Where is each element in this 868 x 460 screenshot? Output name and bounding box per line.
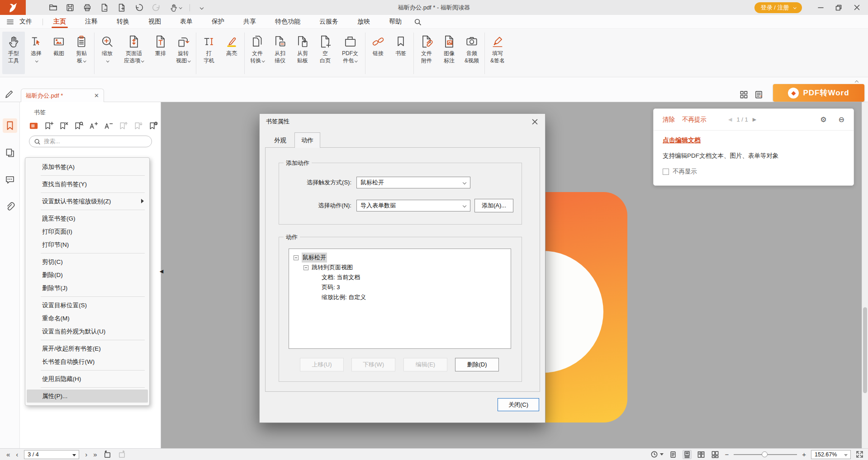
menu-item-find-current[interactable]: 查找当前书签(Y) [25, 178, 149, 191]
menu-convert[interactable]: 转换 [115, 15, 131, 29]
menu-item-default-zoom-level[interactable]: 设置默认书签缩放级别(Z) [25, 195, 149, 208]
fullscreen-icon[interactable] [856, 451, 863, 458]
bookmark-settings-icon[interactable] [147, 120, 158, 131]
ribbon-link[interactable]: 链接 [367, 32, 389, 74]
menu-cloud[interactable]: 云服务 [318, 15, 340, 29]
tab-close-icon[interactable]: ✕ [94, 92, 99, 99]
close-button[interactable] [849, 1, 864, 14]
hand-tool-quick-icon[interactable] [168, 2, 183, 13]
ribbon-reflow[interactable]: 重排 [149, 32, 172, 74]
tab-appearance[interactable]: 外观 [267, 134, 293, 147]
expand-level-icon[interactable] [88, 120, 99, 131]
delete-bookmark-icon[interactable] [58, 120, 69, 131]
tree-node-action[interactable]: 跳转到页面视图 [294, 263, 506, 272]
ribbon-rotate-view[interactable]: 旋转视图 [172, 32, 194, 74]
last-page-icon[interactable]: » [93, 451, 97, 458]
bookmark-search-box[interactable] [29, 136, 152, 147]
ribbon-blank-page[interactable]: 空白页 [314, 32, 337, 74]
previous-page-icon[interactable]: ‹ [16, 451, 18, 458]
menu-item-cut[interactable]: 剪切(C) [25, 255, 149, 268]
menu-file[interactable]: 文件 [18, 15, 34, 29]
ribbon-fill-sign[interactable]: 填写&签名 [486, 32, 509, 74]
menu-item-delete-section[interactable]: 删除节(J) [25, 282, 149, 295]
ribbon-file-convert[interactable]: 文件转换 [246, 32, 269, 74]
first-page-icon[interactable]: « [6, 451, 10, 458]
add-action-button[interactable]: 添加(A)... [474, 199, 513, 212]
menu-help[interactable]: 帮助 [387, 15, 403, 29]
single-page-view-icon[interactable] [669, 450, 678, 459]
menu-item-expand-collapse-all[interactable]: 展开/收起所有书签(E) [25, 342, 149, 355]
menu-protect[interactable]: 保护 [210, 15, 226, 29]
previous-view-icon[interactable] [103, 450, 112, 459]
document-tab[interactable]: 福昕办公.pdf * ✕ [21, 89, 104, 102]
ribbon-clipboard[interactable]: 剪贴板 [70, 32, 93, 74]
ribbon-pdf-portfolio[interactable]: PDF文件包 [337, 32, 364, 74]
pages-panel-icon[interactable] [3, 146, 17, 160]
multi-tab-view-icon[interactable] [740, 90, 748, 99]
slider-knob[interactable] [762, 451, 768, 457]
menu-item-wrap-long-bookmarks[interactable]: 长书签自动换行(W) [25, 355, 149, 368]
menu-item-print-pages[interactable]: 打印页面(I) [25, 225, 149, 238]
ribbon-highlight[interactable]: 高亮 [220, 32, 243, 74]
clear-link[interactable]: 清除 [663, 116, 675, 124]
menu-search-icon[interactable] [414, 18, 422, 26]
menu-item-properties[interactable]: 属性(P)... [27, 390, 148, 403]
collapse-box-icon[interactable] [294, 255, 299, 260]
edit-document-link[interactable]: 点击编辑文档 [663, 136, 701, 145]
ribbon-typewriter[interactable]: 打字机 [198, 32, 220, 74]
hamburger-icon[interactable] [6, 18, 14, 26]
ribbon-snapshot[interactable]: 截图 [47, 32, 70, 74]
minimize-card-icon[interactable]: ⊖ [839, 115, 844, 124]
facing-continuous-view-icon[interactable] [711, 450, 720, 459]
facing-view-icon[interactable] [697, 450, 706, 459]
vertical-scrollbar[interactable] [862, 102, 868, 448]
action-select[interactable]: 导入表单数据 [356, 200, 470, 211]
bookmark-search-input[interactable] [44, 138, 147, 145]
menu-present[interactable]: 放映 [356, 15, 372, 29]
restore-button[interactable] [831, 1, 846, 14]
minimize-button[interactable] [813, 1, 828, 14]
find-bookmark-icon[interactable] [73, 120, 84, 131]
tree-node-trigger[interactable]: 鼠标松开 [294, 253, 506, 263]
ribbon-file-attachment[interactable]: 文件附件 [415, 32, 438, 74]
attachments-panel-icon[interactable] [3, 200, 17, 214]
dialog-close-icon[interactable] [529, 116, 541, 127]
new-page-icon[interactable] [116, 2, 127, 13]
menu-form[interactable]: 表单 [178, 15, 194, 29]
menu-item-add-bookmark[interactable]: 添加书签(A) [25, 160, 149, 174]
edit-pencil-icon[interactable] [4, 89, 14, 100]
menu-home[interactable]: 主页 [52, 15, 68, 29]
menu-view[interactable]: 视图 [147, 15, 163, 29]
next-page-icon[interactable]: › [85, 451, 87, 458]
dont-show-checkbox[interactable] [663, 169, 669, 175]
menu-item-use-current-appearance[interactable]: 设置当前外观为默认(U) [25, 325, 149, 338]
customize-toolbar-icon[interactable] [196, 2, 207, 13]
ribbon-page-fit[interactable]: 页面适应选项 [119, 32, 149, 74]
panel-collapse-handle[interactable]: ◀ [158, 261, 165, 281]
collapse-level-icon[interactable] [103, 120, 114, 131]
menu-item-delete[interactable]: 删除(D) [25, 268, 149, 282]
tab-action[interactable]: 动作 [294, 132, 320, 148]
ribbon-hand-tool[interactable]: 手型工具 [2, 32, 25, 74]
tab-list-icon[interactable] [754, 90, 763, 99]
dont-prompt-link[interactable]: 不再提示 [682, 116, 707, 124]
ribbon-from-clipboard[interactable]: 从剪贴板 [291, 32, 314, 74]
menu-share[interactable]: 共享 [242, 15, 258, 29]
menu-item-rename[interactable]: 重命名(M) [25, 312, 149, 325]
page-number-combo[interactable]: 3 / 4 [24, 450, 79, 459]
ribbon-zoom[interactable]: 缩放 [96, 32, 119, 74]
ribbon-select[interactable]: 选择 [25, 32, 47, 74]
ribbon-audio-video[interactable]: 音频&视频 [460, 32, 483, 74]
undo-icon[interactable] [133, 2, 144, 13]
bookmark-list-icon[interactable] [28, 120, 39, 131]
pdf-to-word-button[interactable]: ◆ PDF转Word [773, 84, 864, 102]
close-dialog-button[interactable]: 关闭(C) [498, 398, 539, 411]
delete-button[interactable]: 删除(D) [455, 358, 499, 371]
continuous-view-icon[interactable] [683, 450, 692, 459]
export-page-icon[interactable] [99, 2, 110, 13]
trigger-select[interactable]: 鼠标松开 [356, 177, 470, 188]
open-file-icon[interactable] [47, 2, 58, 13]
menu-comment[interactable]: 注释 [83, 15, 100, 29]
actions-tree[interactable]: 鼠标松开 跳转到页面视图 文档: 当前文档 页码: 3 缩放比例: 自定义 [289, 249, 511, 349]
zoom-level-combo[interactable]: 152.67% [811, 450, 851, 459]
